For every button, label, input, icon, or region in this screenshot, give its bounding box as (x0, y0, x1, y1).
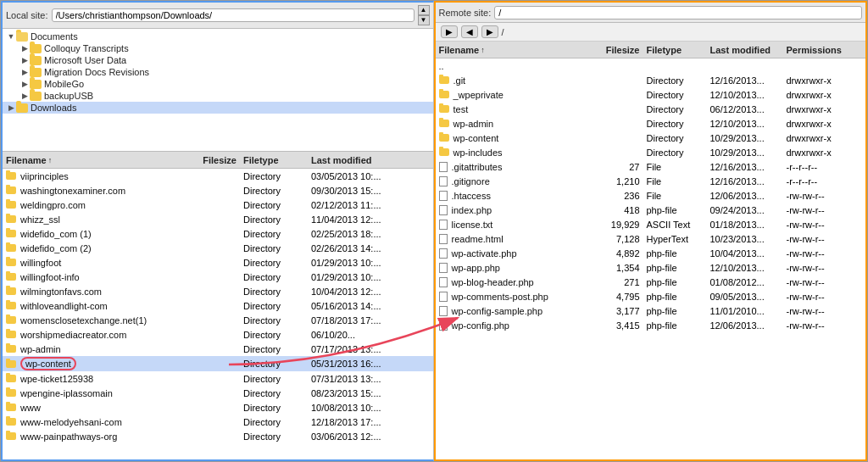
tree-toggle[interactable]: ▶ (19, 92, 30, 100)
tree-toggle[interactable]: ▶ (19, 68, 30, 76)
table-row[interactable]: wwwDirectory10/08/2013 10:... (3, 400, 433, 415)
table-row[interactable]: wp-contentDirectory10/29/2013...drwxrwxr… (436, 131, 866, 145)
table-row[interactable]: widefido_com (2)Directory02/26/2013 14:.… (3, 241, 433, 255)
table-row[interactable]: .htaccess236File12/06/2013...-rw-rw-r-- (436, 188, 866, 203)
table-row[interactable]: wp-includesDirectory10/29/2013...drwxrwx… (436, 145, 866, 159)
right-col-filename-header[interactable]: Filename ↑ (439, 45, 600, 55)
folder-icon (6, 360, 16, 368)
file-permissions: -rw-rw-r-- (787, 277, 863, 287)
table-row[interactable]: wp-config-sample.php3,177php-file11/01/2… (436, 303, 866, 318)
table-row[interactable]: worshipmediacreator.comDirectory06/10/20… (3, 327, 433, 342)
file-modified: 12/06/2013... (710, 320, 787, 331)
folder-icon (6, 345, 16, 353)
table-row[interactable]: .gitDirectory12/16/2013...drwxrwxr-x (436, 73, 866, 87)
table-row[interactable]: willingfootDirectory01/29/2013 10:... (3, 255, 433, 270)
right-site-label: Remote site: (439, 8, 492, 18)
file-modified: 12/16/2013... (710, 75, 787, 86)
file-type: Directory (243, 388, 311, 398)
table-row[interactable]: wp-contentDirectory05/31/2013 16:... (3, 356, 433, 371)
file-type: Directory (243, 417, 311, 427)
tree-item[interactable]: ▶MobileGo (3, 78, 433, 90)
table-row[interactable]: www-melodyehsani-comDirectory12/18/2013 … (3, 415, 433, 429)
folder-icon (6, 273, 16, 281)
tree-toggle[interactable]: ▶ (19, 80, 30, 88)
right-col-filesize-header[interactable]: Filesize (600, 45, 647, 55)
file-permissions: drwxrwxr-x (787, 148, 863, 158)
table-row[interactable]: wp-config.php3,415php-file12/06/2013...-… (436, 318, 866, 332)
file-modified: 05/31/2013 16:... (311, 359, 396, 369)
tree-item[interactable]: ▶Downloads (3, 102, 433, 114)
file-type: Directory (243, 186, 311, 196)
file-name: readme.html (452, 234, 504, 244)
table-row[interactable]: weldingpro.comDirectory02/12/2013 11:... (3, 198, 433, 212)
file-type: php-file (647, 292, 710, 302)
table-row[interactable]: .gitignore1,210File12/16/2013...-r--r--r… (436, 174, 866, 188)
table-row[interactable]: withloveandlight-comDirectory05/16/2013 … (3, 298, 433, 313)
file-type: Directory (243, 330, 311, 340)
table-row[interactable]: wilmingtonfavs.comDirectory10/04/2013 12… (3, 284, 433, 298)
folder-icon (439, 148, 449, 156)
right-col-perms-header[interactable]: Permissions (787, 45, 863, 55)
right-nav-fwd-btn[interactable]: ▶ (481, 25, 498, 38)
file-modified: 12/18/2013 17:... (311, 417, 396, 427)
table-row[interactable]: license.txt19,929ASCII Text01/18/2013...… (436, 217, 866, 231)
table-row[interactable]: .gitattributes27File12/16/2013...-r--r--… (436, 159, 866, 174)
table-row[interactable]: wp-comments-post.php4,795php-file09/05/2… (436, 289, 866, 303)
table-row[interactable]: .. (436, 58, 866, 73)
file-modified: 05/16/2013 14:... (311, 301, 396, 311)
left-col-filename-header[interactable]: Filename ↑ (6, 155, 192, 165)
table-row[interactable]: readme.html7,128HyperText10/23/2013...-r… (436, 231, 866, 246)
left-col-filetype-header[interactable]: Filetype (243, 155, 311, 165)
file-size: 19,929 (600, 220, 647, 230)
table-row[interactable]: willingfoot-infoDirectory01/29/2013 10:.… (3, 270, 433, 284)
right-site-input[interactable] (494, 6, 862, 19)
table-row[interactable]: testDirectory06/12/2013...drwxrwxr-x (436, 102, 866, 116)
file-name: .git (453, 75, 466, 86)
right-nav-play-btn[interactable]: ▶ (441, 25, 458, 38)
tree-item[interactable]: ▶Colloquy Transcripts (3, 42, 433, 54)
table-row[interactable]: _wpeprivateDirectory12/10/2013...drwxrwx… (436, 87, 866, 102)
table-row[interactable]: index.php418php-file09/24/2013...-rw-rw-… (436, 203, 866, 217)
tree-item[interactable]: ▶Migration Docs Revisions (3, 66, 433, 78)
tree-toggle[interactable]: ▼ (6, 32, 16, 41)
file-modified: 06/10/20... (311, 330, 396, 340)
table-row[interactable]: wpengine-iplassomainDirectory08/23/2013 … (3, 386, 433, 400)
tree-toggle[interactable]: ▶ (6, 103, 16, 112)
table-row[interactable]: wp-activate.php4,892php-file10/04/2013..… (436, 246, 866, 260)
table-row[interactable]: wp-adminDirectory07/17/2013 13:... (3, 342, 433, 356)
left-col-filesize-header[interactable]: Filesize (192, 155, 243, 165)
folder-icon (6, 316, 16, 324)
file-name: willingfoot (20, 258, 61, 268)
file-type: php-file (647, 205, 710, 215)
left-col-modified-header[interactable]: Last modified (311, 155, 396, 165)
table-row[interactable]: viiprinciplesDirectory03/05/2013 10:... (3, 169, 433, 183)
right-col-modified-header[interactable]: Last modified (710, 45, 787, 55)
left-path-up-arrow[interactable]: ▲ (418, 5, 430, 15)
table-row[interactable]: wp-adminDirectory12/10/2013...drwxrwxr-x (436, 116, 866, 131)
tree-item[interactable]: ▶Microsoft User Data (3, 54, 433, 66)
folder-icon (6, 201, 16, 209)
table-row[interactable]: widefido_com (1)Directory02/25/2013 18:.… (3, 226, 433, 241)
file-name: www (20, 403, 41, 413)
tree-item[interactable]: ▼Documents (3, 31, 433, 42)
file-modified: 07/31/2013 13:... (311, 374, 396, 384)
table-row[interactable]: wp-blog-header.php271php-file01/08/2012.… (436, 275, 866, 289)
file-name: willingfoot-info (20, 272, 80, 282)
tree-toggle[interactable]: ▶ (19, 44, 30, 53)
table-row[interactable]: whizz_sslDirectory11/04/2013 12:... (3, 212, 433, 226)
table-row[interactable]: washingtonexaminer.comDirectory09/30/201… (3, 183, 433, 198)
file-type: Directory (243, 272, 311, 282)
tree-item[interactable]: ▶backupUSB (3, 90, 433, 102)
left-site-input[interactable] (52, 8, 415, 22)
left-path-down-arrow[interactable]: ▼ (418, 15, 430, 25)
file-modified: 03/06/2013 12:... (311, 431, 396, 442)
right-nav-back-btn[interactable]: ◀ (461, 25, 478, 38)
right-col-filetype-header[interactable]: Filetype (647, 45, 710, 55)
tree-toggle[interactable]: ▶ (19, 56, 30, 64)
table-row[interactable]: www-painpathways-orgDirectory03/06/2013 … (3, 429, 433, 443)
table-row[interactable]: womensclosetexchange.net(1)Directory07/1… (3, 313, 433, 327)
table-row[interactable]: wpe-ticket125938Directory07/31/2013 13:.… (3, 371, 433, 386)
table-row[interactable]: wp-app.php1,354php-file12/10/2013...-rw-… (436, 260, 866, 275)
left-site-bar: Local site: ▲ ▼ (3, 3, 433, 29)
file-permissions: -rw-rw-r-- (787, 306, 863, 316)
